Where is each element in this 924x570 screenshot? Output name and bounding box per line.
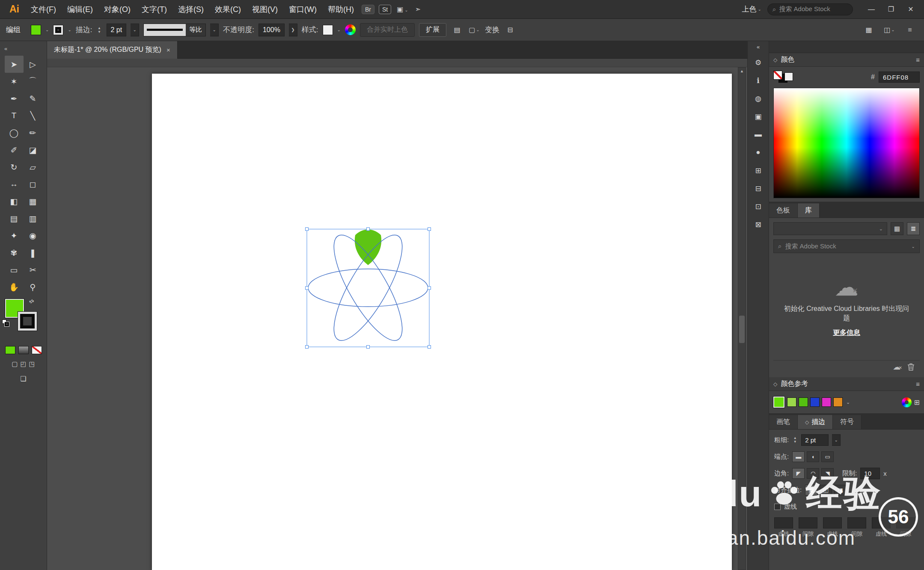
workspace-switcher[interactable]: ▣⌄: [393, 5, 412, 13]
color-guide-swatch[interactable]: [833, 397, 843, 407]
opacity-flyout-arrow[interactable]: ❯: [289, 24, 297, 36]
collapse-icon[interactable]: ◇: [773, 57, 777, 63]
more-info-link[interactable]: 更多信息: [833, 328, 860, 338]
stroke-profile-dropdown[interactable]: 等比: [143, 24, 206, 36]
align-stroke-center-icon[interactable]: ▣: [805, 485, 817, 495]
menu-select[interactable]: 选择(S): [172, 0, 209, 19]
tool-curvature[interactable]: ✎: [24, 90, 42, 107]
menu-view[interactable]: 视图(V): [247, 0, 283, 19]
tool-column-graph[interactable]: ❚: [24, 244, 42, 261]
scroll-up-icon[interactable]: ▲: [738, 69, 746, 73]
draw-normal-icon[interactable]: ▢: [12, 360, 18, 368]
chevron-down-icon[interactable]: ⌄: [131, 24, 139, 36]
sphere-icon[interactable]: ◍: [750, 90, 767, 107]
tab-brushes[interactable]: 画笔: [769, 415, 798, 429]
tab-swatches[interactable]: 色板: [769, 203, 798, 218]
hex-value-field[interactable]: 6DFF08: [879, 72, 920, 83]
dashed-line-checkbox[interactable]: [774, 504, 781, 510]
panel-menu-icon[interactable]: ≡: [903, 24, 916, 36]
align-icon[interactable]: ⊟: [504, 24, 517, 36]
panel-menu-icon[interactable]: ≡: [916, 56, 920, 63]
join-miter-icon[interactable]: ◤: [792, 468, 805, 479]
tool-pencil[interactable]: ✐: [5, 141, 24, 158]
default-fill-stroke-icon[interactable]: [2, 319, 10, 327]
chevron-down-icon[interactable]: ⌄: [337, 27, 341, 32]
color-panel-header[interactable]: ◇ 颜色 ≡: [769, 53, 924, 67]
join-bevel-icon[interactable]: ◥: [821, 468, 834, 479]
menu-edit[interactable]: 编辑(E): [62, 0, 98, 19]
menu-window[interactable]: 窗口(W): [283, 0, 322, 19]
none-mode-button[interactable]: [32, 346, 42, 354]
vertical-scrollbar[interactable]: ▲: [738, 67, 746, 570]
stock-badge[interactable]: St: [379, 5, 391, 14]
menu-help[interactable]: 帮助(H): [322, 0, 359, 19]
menu-object[interactable]: 对象(O): [98, 0, 136, 19]
stroke-color-swatch[interactable]: [53, 25, 63, 35]
export-icon[interactable]: ⊠: [750, 216, 767, 233]
tool-selection[interactable]: ➤: [5, 56, 24, 73]
expand-button[interactable]: 扩展: [419, 23, 446, 37]
artboard[interactable]: [152, 74, 732, 570]
opacity-value[interactable]: 100%: [258, 24, 285, 36]
tab-stroke[interactable]: ◇ 描边: [798, 415, 833, 429]
color-guide-swatch[interactable]: [787, 397, 796, 407]
dash-value-input[interactable]: [896, 517, 915, 528]
selected-artwork[interactable]: [305, 227, 431, 349]
tool-line-segment[interactable]: ╲: [24, 107, 42, 124]
tool-width[interactable]: ↔: [5, 176, 24, 193]
canvas[interactable]: ▲: [47, 59, 747, 570]
tool-artboard[interactable]: ▭: [5, 261, 24, 278]
stroke-weight-value[interactable]: 2 pt: [801, 434, 829, 446]
stroke-proxy-swatch[interactable]: [18, 312, 37, 331]
stroke-weight-stepper[interactable]: ▲▼: [792, 436, 798, 444]
tool-type[interactable]: T: [5, 107, 24, 124]
align-panel-icon[interactable]: ⊟: [750, 180, 767, 197]
document-setup-icon[interactable]: ▤: [451, 24, 463, 36]
sync-cloud-icon[interactable]: ☁ ✕: [893, 363, 900, 371]
bridge-badge[interactable]: Br: [362, 5, 374, 14]
select-similar-icon[interactable]: ▢ ⌄: [468, 24, 481, 36]
color-guide-selected-swatch[interactable]: [773, 397, 784, 408]
cap-butt-icon[interactable]: ▬: [792, 451, 805, 462]
swap-fill-stroke-icon[interactable]: ⇆: [27, 297, 35, 305]
tool-rotate[interactable]: ↻: [5, 158, 24, 176]
align-stroke-inside-icon[interactable]: ◫: [820, 485, 832, 495]
dash-value-input[interactable]: [774, 517, 793, 528]
color-proxies[interactable]: [773, 71, 794, 84]
miter-limit-value[interactable]: 10: [860, 468, 880, 479]
none-proxy[interactable]: [773, 71, 782, 80]
chevron-down-icon[interactable]: ⌄: [210, 24, 219, 36]
tool-zoom[interactable]: ⚲: [24, 278, 42, 295]
stroke-weight-value[interactable]: 2 pt: [107, 24, 127, 36]
tool-shape-builder[interactable]: ◧: [5, 193, 24, 210]
menu-type[interactable]: 文字(T): [136, 0, 172, 19]
library-search-input[interactable]: ⌕ 搜索 Adobe Stock ⌄: [773, 239, 920, 253]
tool-mesh[interactable]: ▤: [5, 210, 24, 227]
dash-value-input[interactable]: [847, 517, 866, 528]
grid-view-icon[interactable]: ▦: [891, 222, 903, 235]
tab-symbols[interactable]: 符号: [833, 415, 862, 429]
recolor-artwork-icon[interactable]: [345, 24, 356, 35]
tool-eraser[interactable]: ◪: [24, 141, 42, 158]
grid-icon[interactable]: ▦: [862, 24, 875, 36]
restore-button[interactable]: ❐: [881, 0, 901, 19]
tool-magic-wand[interactable]: ✶: [5, 73, 24, 90]
color-wheel-icon[interactable]: [902, 397, 912, 407]
menu-effect[interactable]: 效果(C): [209, 0, 247, 19]
library-select-dropdown[interactable]: ⌄: [773, 222, 887, 235]
collapse-icon[interactable]: ◇: [773, 381, 777, 387]
tool-direct-selection[interactable]: ▷: [24, 56, 42, 73]
panel-menu-icon[interactable]: ≡: [916, 380, 920, 388]
tool-paintbrush[interactable]: ✏: [24, 124, 42, 141]
tool-perspective-grid[interactable]: ▦: [24, 193, 42, 210]
rectangle-icon[interactable]: ▬: [750, 126, 767, 143]
trash-icon[interactable]: [907, 363, 915, 371]
join-round-icon[interactable]: ◠: [807, 468, 819, 479]
symbols-icon[interactable]: ⊡: [750, 198, 767, 215]
toolbar-collapse[interactable]: «: [0, 41, 47, 56]
gradient-mode-button[interactable]: [18, 346, 29, 354]
arrange-documents-icon[interactable]: ◫ ⌄: [883, 24, 896, 36]
fill-proxy[interactable]: [784, 72, 793, 81]
screen-mode-icon[interactable]: ❏: [20, 375, 26, 383]
transform-grid-icon[interactable]: ⊞: [750, 162, 767, 179]
